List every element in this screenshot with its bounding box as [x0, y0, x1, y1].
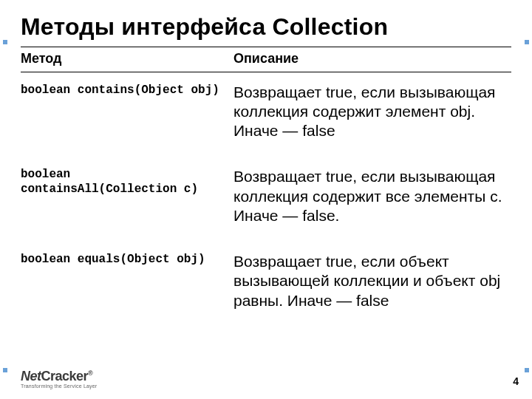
- logo-prefix: Net: [21, 369, 41, 383]
- col-header-description: Описание: [233, 47, 511, 72]
- page-number: 4: [513, 375, 519, 387]
- accent-square-top-left: [3, 40, 7, 44]
- method-signature: boolean containsAll(Collection c): [21, 157, 233, 242]
- method-description: Возвращает true, если вызывающая коллекц…: [233, 157, 511, 242]
- footer: NetCracker® Transforming the Service Lay…: [0, 364, 532, 395]
- page-title: Методы интерфейса Collection: [21, 13, 511, 41]
- registered-mark-icon: ®: [88, 369, 92, 377]
- method-description: Возвращает true, если вызывающая коллекц…: [233, 72, 511, 157]
- table-row: boolean contains(Object obj) Возвращает …: [21, 72, 511, 157]
- method-signature: boolean contains(Object obj): [21, 72, 233, 157]
- method-description: Возвращает true, если объект вызывающей …: [233, 242, 511, 327]
- method-signature: boolean equals(Object obj): [21, 242, 233, 327]
- logo-suffix: Cracker: [41, 369, 89, 383]
- table-row: boolean equals(Object obj) Возвращает tr…: [21, 242, 511, 327]
- logo-tagline: Transforming the Service Layer: [21, 383, 97, 389]
- table-row: boolean containsAll(Collection c) Возвра…: [21, 157, 511, 242]
- logo-text: NetCracker®: [21, 369, 97, 383]
- accent-square-top-right: [525, 40, 529, 44]
- col-header-method: Метод: [21, 47, 233, 72]
- logo: NetCracker® Transforming the Service Lay…: [21, 369, 97, 389]
- methods-table: Метод Описание boolean contains(Object o…: [21, 47, 511, 327]
